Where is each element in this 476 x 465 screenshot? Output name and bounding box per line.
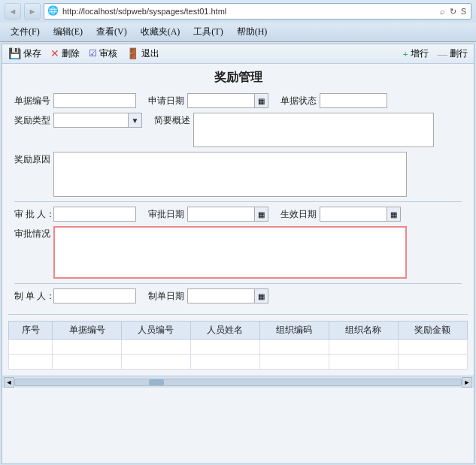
delete-icon: ✕ [50, 47, 59, 60]
col-person-name: 人员姓名 [190, 322, 259, 340]
empty-cell [190, 340, 259, 355]
save-label: 保存 [23, 47, 41, 60]
add-row-label: 增行 [411, 47, 429, 60]
form-row-6: 制 单 人： 制单日期： ▦ [14, 288, 462, 303]
empty-cell [122, 355, 191, 370]
forward-button[interactable]: ► [24, 3, 41, 20]
empty-cell [9, 340, 53, 355]
scroll-left-arrow[interactable]: ◄ [4, 377, 14, 388]
approve-button[interactable]: ☑ 审核 [89, 47, 117, 60]
approve-date-picker[interactable]: ▦ [255, 207, 268, 222]
voucher-no-label: 单据编号： [14, 93, 53, 108]
form-row-1: 单据编号： 申请日期： ▦ 单据状态： [14, 93, 462, 108]
maker-input[interactable] [53, 288, 136, 303]
approve-date-label: 审批日期： [148, 207, 187, 222]
page-area: 💾 保存 ✕ 删除 ☑ 审核 🚪 退出 + 增行 — 删行 [2, 44, 474, 464]
table-body [9, 340, 468, 370]
award-type-label: 奖励类型： [14, 113, 53, 128]
empty-cell [122, 340, 191, 355]
empty-cell [259, 355, 329, 370]
toolbar-left: 💾 保存 ✕ 删除 ☑ 审核 🚪 退出 [8, 47, 159, 60]
empty-cell [53, 355, 122, 370]
browser-chrome: ◄ ► 🌐 http://localhost/sdpweb/syspages/t… [0, 0, 476, 42]
delete-label: 删除 [62, 47, 80, 60]
page-toolbar: 💾 保存 ✕ 删除 ☑ 审核 🚪 退出 + 增行 — 删行 [2, 44, 474, 64]
addr-search-btn[interactable]: ⌕ [438, 7, 447, 17]
col-award-amount: 奖励金额 [398, 322, 467, 340]
apply-date-field: ▦ [187, 93, 268, 108]
apply-date-input[interactable] [187, 93, 255, 108]
menu-view[interactable]: 查看(V) [90, 24, 133, 40]
summary-textarea[interactable] [193, 113, 434, 147]
approve-label: 审核 [99, 47, 117, 60]
scroll-track[interactable] [14, 379, 462, 386]
table-header-row: 序号 单据编号 人员编号 人员姓名 组织编码 组织名称 奖励金额 [9, 322, 468, 340]
voucher-no-input[interactable] [53, 93, 136, 108]
toolbar-right: + 增行 — 删行 [403, 47, 468, 60]
data-table: 序号 单据编号 人员编号 人员姓名 组织编码 组织名称 奖励金额 [8, 321, 468, 370]
menu-help[interactable]: 帮助(H) [231, 24, 274, 40]
table-area: 序号 单据编号 人员编号 人员姓名 组织编码 组织名称 奖励金额 [2, 318, 474, 373]
award-type-input[interactable] [53, 113, 129, 128]
table-header: 序号 单据编号 人员编号 人员姓名 组织编码 组织名称 奖励金额 [9, 322, 468, 340]
maker-label: 制 单 人： [14, 288, 53, 303]
remove-row-label: 删行 [450, 47, 468, 60]
remove-row-button[interactable]: — 删行 [438, 47, 468, 60]
form-row-5: 审批情况： [14, 226, 462, 279]
menu-tools[interactable]: 工具(T) [187, 24, 229, 40]
col-voucher-no: 单据编号 [53, 322, 122, 340]
address-text: http://localhost/sdpweb/syspages/test01.… [62, 7, 226, 16]
col-person-no: 人员编号 [122, 322, 191, 340]
effective-date-picker[interactable]: ▦ [387, 207, 401, 222]
menu-favorites[interactable]: 收藏夹(A) [135, 24, 186, 40]
horizontal-scrollbar[interactable]: ◄ ► [2, 376, 474, 388]
menu-bar: 文件(F) 编辑(E) 查看(V) 收藏夹(A) 工具(T) 帮助(H) [0, 23, 476, 41]
exit-label: 退出 [141, 47, 159, 60]
exit-button[interactable]: 🚪 退出 [126, 47, 159, 60]
address-bar: 🌐 http://localhost/sdpweb/syspages/test0… [44, 3, 471, 20]
form-row-3: 奖励原因： [14, 152, 462, 197]
effective-date-field: ▦ [320, 207, 401, 222]
empty-cell [329, 340, 398, 355]
table-row [9, 340, 468, 355]
page-title: 奖励管理 [2, 64, 474, 90]
award-reason-textarea[interactable] [53, 152, 407, 197]
empty-cell [259, 340, 329, 355]
empty-cell [53, 340, 122, 355]
scroll-right-arrow[interactable]: ► [462, 377, 472, 388]
effective-date-input[interactable] [320, 207, 387, 222]
menu-edit[interactable]: 编辑(E) [47, 24, 89, 40]
effective-date-label: 生效日期： [280, 207, 320, 222]
col-seq: 序号 [9, 322, 53, 340]
award-reason-label: 奖励原因： [14, 152, 53, 167]
save-button[interactable]: 💾 保存 [8, 47, 41, 60]
apply-date-label: 申请日期： [148, 93, 187, 108]
exit-icon: 🚪 [126, 47, 139, 60]
empty-cell [190, 355, 259, 370]
form-row-2: 奖励类型： ▼ 简要概述： [14, 113, 462, 147]
addr-new-tab-btn[interactable]: S [459, 7, 468, 17]
empty-cell [329, 355, 398, 370]
scroll-thumb[interactable] [149, 379, 164, 385]
apply-date-picker[interactable]: ▦ [255, 93, 268, 108]
review-textarea[interactable] [53, 226, 407, 279]
make-date-field: ▦ [187, 288, 268, 303]
summary-field-wrap [193, 113, 434, 147]
back-button[interactable]: ◄ [5, 3, 21, 20]
voucher-status-input[interactable] [320, 93, 387, 108]
delete-button[interactable]: ✕ 删除 [50, 47, 80, 60]
approve-date-input[interactable] [187, 207, 255, 222]
make-date-picker[interactable]: ▦ [255, 288, 268, 303]
empty-cell [398, 355, 467, 370]
empty-cell [9, 355, 53, 370]
addr-refresh-btn[interactable]: ↻ [448, 7, 458, 17]
add-row-button[interactable]: + 增行 [403, 47, 429, 60]
approver-label: 审 批 人： [14, 207, 53, 222]
award-type-dropdown[interactable]: ▼ [129, 113, 142, 128]
approver-input[interactable] [53, 207, 136, 222]
summary-label: 简要概述： [154, 113, 193, 128]
form-area: 单据编号： 申请日期： ▦ 单据状态： 奖励类型： ▼ 简要概述： 奖励 [2, 90, 474, 311]
col-org-code: 组织编码 [259, 322, 329, 340]
menu-file[interactable]: 文件(F) [5, 24, 46, 40]
make-date-input[interactable] [187, 288, 255, 303]
